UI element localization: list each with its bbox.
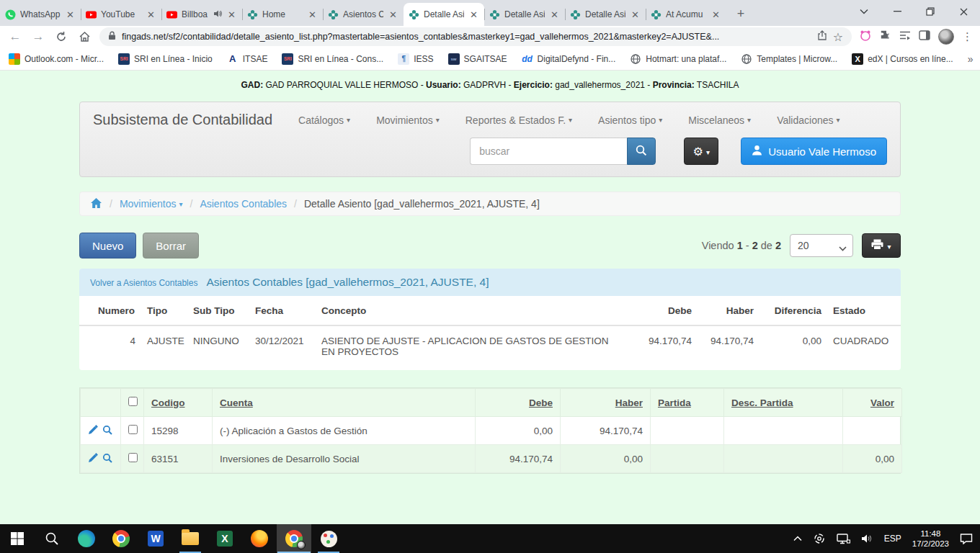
language-indicator[interactable]: ESP <box>884 534 901 544</box>
tab-close-icon[interactable]: ✕ <box>710 9 721 20</box>
tab-close-icon[interactable]: ✕ <box>65 9 76 20</box>
taskbar-chrome-icon[interactable] <box>104 524 138 553</box>
tab-whatsapp[interactable]: WhatsApp ✕ <box>0 3 81 26</box>
select-all-checkbox[interactable] <box>128 397 138 406</box>
extension-pink-icon[interactable] <box>859 30 872 44</box>
edit-icon[interactable] <box>88 453 98 465</box>
bookmark-digitaldefynd[interactable]: dd DigitalDefynd - Fin... <box>522 53 616 65</box>
row-checkbox[interactable] <box>128 425 138 434</box>
start-button[interactable] <box>0 524 35 553</box>
taskbar-excel-icon[interactable]: X <box>208 524 242 553</box>
view-magnifier-icon[interactable] <box>102 453 112 465</box>
menu-movimientos[interactable]: Movimientos <box>376 114 440 126</box>
menu-validaciones[interactable]: Validaciones <box>777 114 839 126</box>
taskbar-explorer-icon[interactable] <box>173 524 208 553</box>
minimize-button[interactable] <box>881 0 914 23</box>
bookmark-sri-inicio[interactable]: SRI SRI en Línea - Inicio <box>118 53 213 65</box>
settings-button[interactable] <box>684 138 718 165</box>
reading-list-icon[interactable] <box>899 30 911 43</box>
bookmark-iess[interactable]: ¶ IESS <box>398 53 433 65</box>
back-icon[interactable]: ← <box>7 29 23 45</box>
view-magnifier-icon[interactable] <box>102 425 112 437</box>
notification-center-icon[interactable] <box>960 533 973 544</box>
home-icon[interactable] <box>76 29 92 45</box>
breadcrumb-movimientos[interactable]: Movimientos <box>120 198 183 210</box>
row-checkbox[interactable] <box>128 453 138 462</box>
taskbar-clock[interactable]: 11:48 17/2/2023 <box>912 529 949 549</box>
search-button[interactable] <box>627 138 656 165</box>
bookmark-outlook[interactable]: Outlook.com - Micr... <box>9 53 104 65</box>
tab-billboard[interactable]: Billboa ✕ <box>161 3 242 26</box>
menu-miscelaneos[interactable]: Miscelaneos <box>688 114 751 126</box>
close-window-button[interactable] <box>947 0 980 23</box>
forward-icon[interactable]: → <box>30 29 46 45</box>
search-input[interactable] <box>470 138 627 165</box>
bookmark-templates[interactable]: Templates | Microw... <box>741 53 837 65</box>
tab-close-icon[interactable]: ✕ <box>388 9 398 20</box>
bookmark-sgaitsae[interactable]: sw SGAITSAE <box>448 53 507 65</box>
back-to-asientos-link[interactable]: Volver a Asientos Contables <box>90 278 197 288</box>
col-haber: Haber <box>698 296 760 325</box>
address-bar[interactable]: fingads.net/sf2/contabilidad/detalle_asi… <box>99 27 852 46</box>
taskbar-chrome-active-icon[interactable] <box>277 524 311 553</box>
tab-youtube[interactable]: YouTube ✕ <box>81 3 161 26</box>
breadcrumb-home-icon[interactable] <box>90 197 102 211</box>
breadcrumb-asientos-contables[interactable]: Asientos Contables <box>200 198 287 210</box>
col-cuenta[interactable]: Cuenta <box>213 389 476 417</box>
volume-icon[interactable] <box>861 534 873 544</box>
bookmark-star-icon[interactable] <box>833 30 843 44</box>
extensions-puzzle-icon[interactable] <box>880 30 891 44</box>
page-size-select[interactable]: 20 <box>790 234 853 257</box>
browser-menu-icon[interactable] <box>962 30 973 43</box>
tray-chevron-up-icon[interactable] <box>793 536 802 541</box>
bookmark-itsae[interactable]: A ITSAE <box>227 53 268 65</box>
col-valor[interactable]: Valor <box>843 389 902 417</box>
tab-close-icon[interactable]: ✕ <box>630 9 641 20</box>
profile-badge <box>297 541 306 549</box>
tab-close-icon[interactable]: ✕ <box>549 9 560 20</box>
edit-icon[interactable] <box>88 425 98 437</box>
nuevo-button[interactable]: Nuevo <box>79 233 136 258</box>
new-tab-button[interactable]: + <box>731 4 751 24</box>
side-panel-icon[interactable] <box>919 30 930 43</box>
network-icon[interactable] <box>837 534 850 544</box>
bookmark-sri-consultas[interactable]: SRI SRI en Línea - Cons... <box>282 53 383 65</box>
user-button[interactable]: Usuario Vale Hermoso <box>741 138 887 165</box>
taskbar-firefox-icon[interactable] <box>242 524 277 553</box>
col-debe[interactable]: Debe <box>476 389 561 417</box>
borrar-button[interactable]: Borrar <box>143 233 199 258</box>
taskbar-word-icon[interactable]: W <box>138 524 173 553</box>
col-codigo[interactable]: Codigo <box>144 389 213 417</box>
tab-asientos[interactable]: Asientos C ✕ <box>323 3 404 26</box>
reload-icon[interactable] <box>53 29 69 45</box>
menu-catalogos[interactable]: Catálogos <box>298 114 350 126</box>
tab-home[interactable]: Home ✕ <box>242 3 323 26</box>
tray-app-icon[interactable] <box>813 533 826 544</box>
lock-icon[interactable] <box>108 30 116 43</box>
taskbar-paint-icon[interactable] <box>311 524 346 553</box>
print-button[interactable] <box>862 233 901 258</box>
tab-detalle-2[interactable]: Detalle Asi ✕ <box>484 3 565 26</box>
taskbar-search-icon[interactable] <box>35 524 69 553</box>
tab-detalle-3[interactable]: Detalle Asi ✕ <box>565 3 646 26</box>
col-partida[interactable]: Partida <box>651 389 724 417</box>
tab-detalle-active[interactable]: Detalle Asi ✕ <box>404 3 484 26</box>
restore-button[interactable] <box>914 0 947 23</box>
bookmark-edx[interactable]: X edX | Cursos en líne... <box>852 53 953 65</box>
profile-avatar[interactable] <box>938 29 954 45</box>
menu-asientos-tipo[interactable]: Asientos tipo <box>598 114 662 126</box>
col-desc-partida[interactable]: Desc. Partida <box>724 389 843 417</box>
tab-audio-icon[interactable] <box>213 9 222 20</box>
bookmark-hotmart[interactable]: Hotmart: una plataf... <box>630 53 726 65</box>
tab-close-icon[interactable]: ✕ <box>226 9 237 20</box>
share-icon[interactable] <box>817 30 827 43</box>
tab-close-icon[interactable]: ✕ <box>146 9 156 20</box>
menu-reportes[interactable]: Reportes & Estados F. <box>466 114 572 126</box>
tab-close-icon[interactable]: ✕ <box>307 9 318 20</box>
col-haber[interactable]: Haber <box>561 389 651 417</box>
bookmarks-overflow-icon[interactable]: » <box>968 53 974 65</box>
taskbar-edge-icon[interactable] <box>69 524 104 553</box>
tab-acumulado[interactable]: At Acumu ✕ <box>646 3 726 26</box>
tab-search-chevron-icon[interactable] <box>847 0 881 23</box>
tab-close-icon[interactable]: ✕ <box>468 9 479 20</box>
